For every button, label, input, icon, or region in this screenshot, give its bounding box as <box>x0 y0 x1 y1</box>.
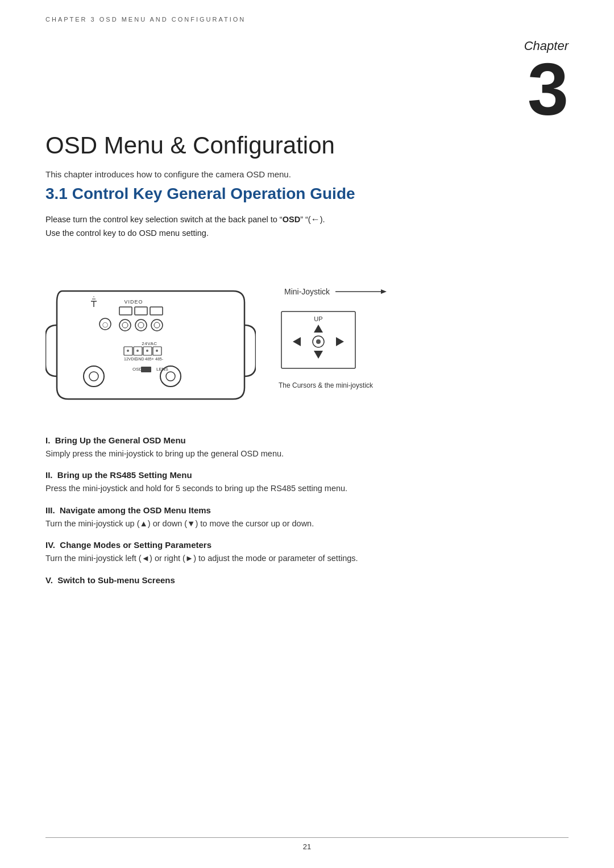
svg-point-9 <box>154 322 160 328</box>
section-intro: Please turn the control key selection sw… <box>0 203 614 240</box>
svg-text:485-: 485- <box>155 357 164 361</box>
instruction-1-heading: I. Bring Up the General OSD Menu <box>45 435 569 445</box>
intro-text: This chapter introduces how to configure… <box>0 159 614 179</box>
svg-text:◯: ◯ <box>102 322 108 328</box>
mini-joystick-label: Mini-Joystick <box>284 287 330 296</box>
page-footer: 21 <box>0 837 614 851</box>
svg-text:UP: UP <box>314 315 322 322</box>
svg-marker-37 <box>381 289 387 294</box>
instruction-5-heading: V. Switch to Sub-menu Screens <box>45 575 569 585</box>
instruction-1-body: Simply press the mini-joystick to bring … <box>45 447 569 460</box>
svg-rect-1 <box>119 307 132 315</box>
instruction-3-body: Turn the mini-joystick up (▲) or down (▼… <box>45 517 569 530</box>
main-title: OSD Menu & Configuration <box>0 126 614 159</box>
diagram-area: VIDEO ◯ 24VAC <box>0 240 614 424</box>
instruction-3: III. Navigate among the OSD Menu Items T… <box>45 505 569 530</box>
footer-line <box>45 837 569 838</box>
instruction-2-heading: II. Bring up the RS485 Setting Menu <box>45 470 569 480</box>
svg-point-7 <box>138 322 144 328</box>
header-text: CHAPTER 3 OSD MENU AND CONFIGURATION <box>45 16 246 23</box>
svg-point-6 <box>135 319 147 331</box>
svg-point-5 <box>122 322 128 328</box>
joystick-section: Mini-Joystick UP <box>279 286 387 389</box>
svg-rect-2 <box>135 307 147 315</box>
svg-rect-3 <box>150 307 163 315</box>
svg-marker-40 <box>314 325 323 333</box>
svg-point-20 <box>156 350 158 352</box>
arrow-line <box>330 286 387 297</box>
instruction-4: IV. Change Modes or Setting Parameters T… <box>45 540 569 564</box>
chapter-number: 3 <box>0 52 569 126</box>
svg-point-30 <box>160 366 181 387</box>
svg-marker-42 <box>336 337 344 346</box>
svg-point-28 <box>84 366 104 387</box>
svg-text:24VAC: 24VAC <box>142 341 157 346</box>
cursor-diagram: UP The Cursors & the mini-joystick <box>279 309 373 389</box>
svg-point-18 <box>136 350 139 352</box>
svg-marker-41 <box>293 337 301 346</box>
svg-point-4 <box>119 319 131 331</box>
svg-rect-26 <box>141 367 151 372</box>
svg-point-19 <box>146 350 148 352</box>
page-header: CHAPTER 3 OSD MENU AND CONFIGURATION <box>0 0 614 23</box>
instruction-5-num: V. <box>45 575 53 585</box>
camera-diagram: VIDEO ◯ 24VAC <box>45 257 256 418</box>
instructions: I. Bring Up the General OSD Menu Simply … <box>0 424 614 585</box>
instruction-1-num: I. <box>45 435 50 445</box>
section-intro-line2: Use the control key to do OSD menu setti… <box>45 229 209 238</box>
instruction-2-body: Press the mini-joystick and hold for 5 s… <box>45 482 569 495</box>
svg-point-8 <box>151 319 163 331</box>
svg-point-17 <box>127 350 129 352</box>
instruction-4-heading: IV. Change Modes or Setting Parameters <box>45 540 569 550</box>
page-number: 21 <box>0 842 614 851</box>
mini-joystick-label-area: Mini-Joystick <box>284 286 387 297</box>
svg-text:OSD: OSD <box>132 367 143 372</box>
svg-text:GND: GND <box>135 357 144 361</box>
section-title: 3.1 Control Key General Operation Guide <box>0 179 614 203</box>
instruction-1: I. Bring Up the General OSD Menu Simply … <box>45 435 569 460</box>
chapter-block: Chapter 3 <box>0 23 614 126</box>
instruction-4-num: IV. <box>45 540 55 550</box>
instruction-5: V. Switch to Sub-menu Screens <box>45 575 569 585</box>
instruction-3-num: III. <box>45 505 55 515</box>
svg-marker-43 <box>314 351 323 359</box>
svg-point-29 <box>89 372 98 381</box>
cursor-caption: The Cursors & the mini-joystick <box>279 381 373 389</box>
svg-text:485+: 485+ <box>145 357 154 361</box>
instruction-2: II. Bring up the RS485 Setting Menu Pres… <box>45 470 569 495</box>
instruction-2-num: II. <box>45 470 53 480</box>
svg-point-45 <box>316 339 321 344</box>
section-intro-line1: Please turn the control key selection sw… <box>45 215 325 224</box>
instruction-3-heading: III. Navigate among the OSD Menu Items <box>45 505 569 515</box>
svg-text:VIDEO: VIDEO <box>124 299 143 305</box>
chapter-word: Chapter <box>0 40 569 52</box>
svg-point-31 <box>166 372 175 381</box>
instruction-4-body: Turn the mini-joystick left (◄) or right… <box>45 552 569 564</box>
